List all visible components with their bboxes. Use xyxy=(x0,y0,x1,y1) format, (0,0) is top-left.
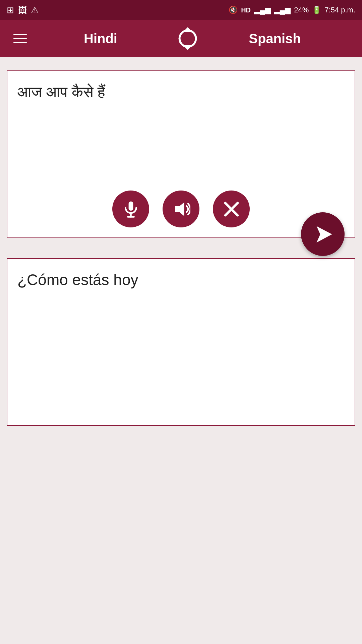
svg-marker-1 xyxy=(184,46,191,49)
close-icon xyxy=(222,200,241,218)
toolbar: Hindi Spanish xyxy=(0,20,362,57)
svg-marker-5 xyxy=(175,202,184,216)
sections-wrapper: आज आप कैसे हैं xyxy=(0,64,362,433)
speaker-button[interactable] xyxy=(163,191,199,227)
battery-text: 24% xyxy=(294,6,309,14)
send-button[interactable] xyxy=(301,212,345,256)
clear-button[interactable] xyxy=(213,191,250,227)
status-bar: ⊞ 🖼 ⚠ 🔇 HD ▂▄▆ ▂▄▆ 24% 🔋 7:54 p.m. xyxy=(0,0,362,20)
hd-icon: HD xyxy=(241,6,251,14)
warning-icon: ⚠ xyxy=(31,5,39,15)
target-language[interactable]: Spanish xyxy=(201,31,349,46)
signal1-icon: ▂▄▆ xyxy=(254,6,271,14)
svg-rect-2 xyxy=(128,201,133,211)
source-language[interactable]: Hindi xyxy=(27,31,174,46)
translated-text: ¿Cómo estás hoy xyxy=(17,269,345,290)
image-icon: 🖼 xyxy=(18,5,27,15)
speaker-icon xyxy=(172,200,190,218)
time-display: 7:54 p.m. xyxy=(324,6,355,14)
send-icon xyxy=(312,223,334,245)
output-section: ¿Cómo estás hoy xyxy=(7,258,355,426)
whatsapp-icon: ⊞ xyxy=(7,5,14,15)
microphone-icon xyxy=(122,200,140,218)
battery-icon: 🔋 xyxy=(312,6,321,14)
swap-icon xyxy=(176,27,199,50)
status-right-icons: 🔇 HD ▂▄▆ ▂▄▆ 24% 🔋 7:54 p.m. xyxy=(229,6,355,14)
mute-icon: 🔇 xyxy=(229,6,238,14)
status-left-icons: ⊞ 🖼 ⚠ xyxy=(7,5,39,15)
svg-marker-8 xyxy=(316,226,332,243)
input-section: आज आप कैसे हैं xyxy=(7,70,355,238)
source-text[interactable]: आज आप कैसे हैं xyxy=(7,71,355,184)
swap-languages-button[interactable] xyxy=(174,25,201,52)
signal2-icon: ▂▄▆ xyxy=(274,6,291,14)
main-content: आज आप कैसे हैं xyxy=(0,57,362,644)
menu-button[interactable] xyxy=(13,34,27,43)
microphone-button[interactable] xyxy=(112,191,149,227)
